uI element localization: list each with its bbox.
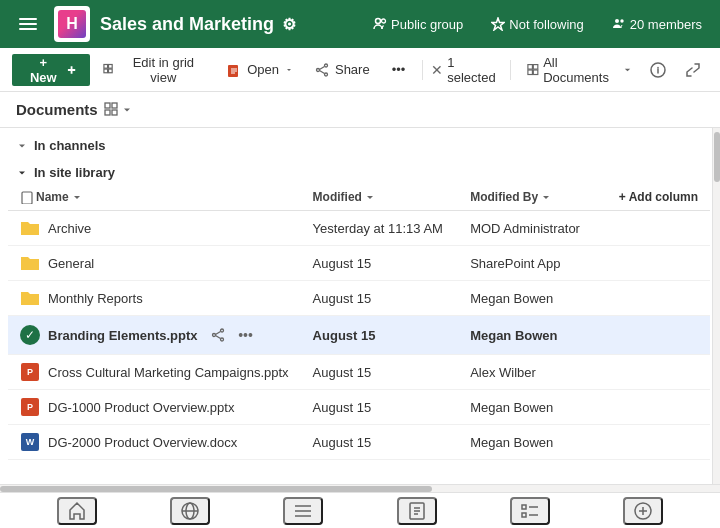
svg-point-26 <box>220 329 223 332</box>
main-content: In channels In site library <box>0 128 720 484</box>
file-table: Name Modified Modified By <box>8 184 710 460</box>
svg-rect-8 <box>104 64 108 68</box>
horizontal-scrollbar[interactable] <box>0 484 720 492</box>
table-row[interactable]: ✓Branding Elements.pptx ••• August 15Meg… <box>8 316 710 355</box>
pptx-icon: P <box>20 397 40 417</box>
table-row[interactable]: Monthly ReportsAugust 15Megan Bowen <box>8 281 710 316</box>
file-name-text: Monthly Reports <box>48 291 143 306</box>
modified-by-cell: MOD Administrator <box>458 211 607 246</box>
more-row-button[interactable]: ••• <box>234 323 258 347</box>
empty-cell <box>607 316 710 355</box>
edit-grid-view-button[interactable]: Edit in grid view <box>94 54 214 86</box>
svg-rect-2 <box>19 28 37 30</box>
in-site-library-header[interactable]: In site library <box>0 159 710 184</box>
empty-cell <box>607 390 710 425</box>
share-button[interactable]: Share <box>306 54 379 86</box>
empty-cell <box>607 425 710 460</box>
svg-rect-9 <box>108 64 112 68</box>
site-title: Sales and Marketing ⚙ <box>100 14 357 35</box>
public-group-button[interactable]: Public group <box>367 13 469 36</box>
members-button[interactable]: 20 members <box>606 13 708 36</box>
svg-rect-23 <box>105 110 110 115</box>
svg-point-27 <box>220 338 223 341</box>
app-container: H Sales and Marketing ⚙ Public group Not <box>0 0 720 528</box>
open-button[interactable]: Open <box>218 54 302 86</box>
svg-point-14 <box>324 73 327 76</box>
file-name-text: Cross Cultural Marketing Campaigns.pptx <box>48 365 289 380</box>
table-row[interactable]: PDG-1000 Product Overview.pptxAugust 15M… <box>8 390 710 425</box>
settings-icon[interactable]: ⚙ <box>282 15 296 34</box>
nav-add-button[interactable] <box>623 497 663 525</box>
hamburger-menu-button[interactable] <box>12 8 44 40</box>
nav-menu-button[interactable] <box>283 497 323 525</box>
toolbar-right: ✕ 1 selected All Documents <box>431 51 708 89</box>
folder-icon <box>20 288 40 308</box>
table-row[interactable]: GeneralAugust 15SharePoint App <box>8 246 710 281</box>
public-group-label: Public group <box>391 17 463 32</box>
deselect-button[interactable]: ✕ <box>431 62 443 78</box>
more-button[interactable]: ••• <box>383 54 415 86</box>
bottom-navigation <box>0 492 720 528</box>
column-header-modified[interactable]: Modified <box>301 184 459 211</box>
table-row[interactable]: PCross Cultural Marketing Campaigns.pptx… <box>8 355 710 390</box>
table-header: Name Modified Modified By <box>8 184 710 211</box>
table-row[interactable]: ArchiveYesterday at 11:13 AMMOD Administ… <box>8 211 710 246</box>
file-browser: In channels In site library <box>0 128 720 484</box>
all-documents-button[interactable]: All Documents <box>521 51 638 89</box>
column-header-add[interactable]: + Add column <box>607 184 710 211</box>
in-channels-header[interactable]: In channels <box>0 128 710 159</box>
table-row[interactable]: WDG-2000 Product Overview.docxAugust 15M… <box>8 425 710 460</box>
modified-by-cell: Megan Bowen <box>458 281 607 316</box>
documents-title-text: Documents <box>16 101 98 118</box>
nav-notes-button[interactable] <box>397 497 437 525</box>
file-name-text: Archive <box>48 221 91 236</box>
info-button[interactable] <box>644 54 673 86</box>
svg-rect-19 <box>533 70 538 75</box>
horiz-scrollbar-thumb <box>0 486 432 492</box>
file-name-cell: PCross Cultural Marketing Campaigns.pptx <box>8 355 301 390</box>
nav-list-button[interactable] <box>510 497 550 525</box>
modified-cell: Yesterday at 11:13 AM <box>301 211 459 246</box>
nav-home-button[interactable] <box>57 497 97 525</box>
svg-point-7 <box>620 19 623 22</box>
file-name-cell: Monthly Reports <box>8 281 301 316</box>
svg-rect-0 <box>19 18 37 20</box>
logo-letter: H <box>58 10 86 38</box>
share-button-label: Share <box>335 62 370 77</box>
selected-indicator: ✕ 1 selected <box>431 55 499 85</box>
header: H Sales and Marketing ⚙ Public group Not <box>0 0 720 48</box>
svg-point-13 <box>324 64 327 67</box>
file-name-cell: PDG-1000 Product Overview.pptx <box>8 390 301 425</box>
site-name-text: Sales and Marketing <box>100 14 274 35</box>
more-dots: ••• <box>392 62 406 77</box>
follow-button[interactable]: Not following <box>485 13 589 36</box>
in-site-library-label: In site library <box>34 165 115 180</box>
empty-cell <box>607 355 710 390</box>
svg-rect-11 <box>108 69 112 73</box>
column-header-modified-by[interactable]: Modified By <box>458 184 607 211</box>
folder-icon <box>20 218 40 238</box>
expand-button[interactable] <box>679 54 708 86</box>
svg-rect-10 <box>104 69 108 73</box>
vertical-scrollbar[interactable] <box>712 128 720 484</box>
modified-by-cell: Megan Bowen <box>458 425 607 460</box>
toolbar-separator-2 <box>510 60 511 80</box>
modified-cell: August 15 <box>301 281 459 316</box>
toolbar-separator <box>422 60 423 80</box>
all-documents-label: All Documents <box>543 55 619 85</box>
nav-globe-button[interactable] <box>170 497 210 525</box>
empty-cell <box>607 211 710 246</box>
column-header-name[interactable]: Name <box>8 184 301 211</box>
view-switcher[interactable] <box>104 102 132 118</box>
modified-by-cell: Megan Bowen <box>458 316 607 355</box>
svg-rect-22 <box>112 103 117 108</box>
modified-cell: August 15 <box>301 316 459 355</box>
app-logo: H <box>54 6 90 42</box>
svg-rect-25 <box>22 192 32 204</box>
share-row-button[interactable] <box>206 323 230 347</box>
svg-rect-18 <box>527 70 532 75</box>
svg-point-15 <box>316 68 319 71</box>
new-button[interactable]: + New <box>12 54 90 86</box>
documents-title: Documents <box>16 101 132 118</box>
svg-marker-5 <box>492 18 504 30</box>
